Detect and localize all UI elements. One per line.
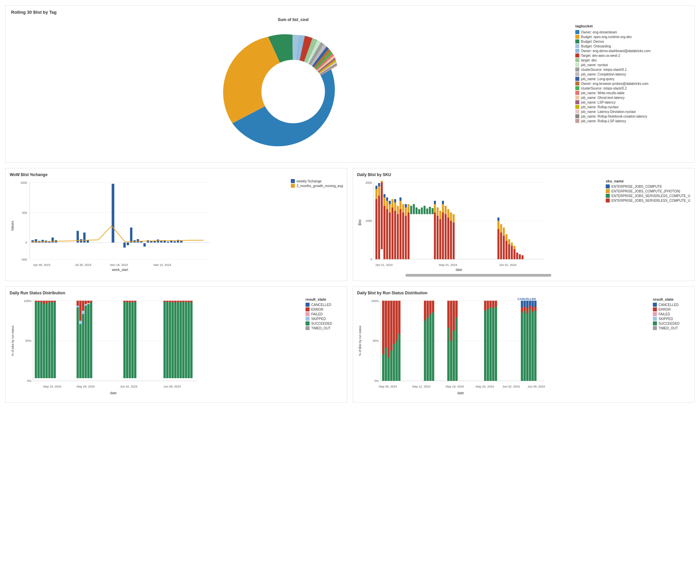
svg-text:2000: 2000 (365, 181, 372, 184)
svg-rect-244 (432, 301, 434, 312)
run-status-legend-item-5: TIMED_OUT (306, 326, 343, 330)
svg-text:$list: $list (358, 219, 362, 226)
svg-rect-250 (453, 301, 455, 331)
svg-rect-114 (503, 228, 505, 236)
svg-rect-130 (421, 207, 423, 214)
svg-rect-193 (169, 302, 171, 378)
donut-legend-item-15: job_name: LSP-latency (575, 100, 689, 104)
svg-rect-18 (51, 238, 54, 243)
svg-rect-251 (453, 331, 455, 381)
svg-rect-78 (397, 214, 399, 259)
svg-rect-104 (450, 221, 452, 259)
svg-rect-277 (532, 307, 534, 312)
svg-rect-22 (83, 233, 86, 243)
svg-rect-128 (416, 207, 418, 214)
svg-rect-272 (526, 313, 529, 381)
svg-text:date: date (457, 391, 464, 395)
wow-chart: 1000 500 0 -500 Values (10, 179, 217, 273)
svg-rect-203 (182, 302, 185, 378)
donut-legend-item-2: Budget: Demos (575, 39, 689, 43)
svg-rect-100 (445, 214, 447, 259)
svg-rect-172 (85, 306, 87, 378)
wow-legend-weekly: weekly %change (291, 179, 343, 183)
svg-rect-66 (383, 194, 385, 197)
svg-rect-132 (426, 208, 428, 214)
svg-rect-261 (492, 308, 494, 381)
svg-rect-190 (163, 301, 166, 302)
svg-text:% of jobs by run status: % of jobs by run status (11, 325, 14, 356)
svg-rect-151 (40, 302, 42, 378)
svg-rect-239 (424, 321, 426, 381)
svg-rect-274 (529, 306, 531, 309)
sku-scrollbar[interactable] (405, 274, 551, 277)
svg-rect-233 (393, 344, 395, 381)
svg-rect-171 (82, 311, 84, 314)
svg-rect-269 (523, 311, 526, 381)
svg-rect-241 (427, 317, 429, 381)
svg-rect-84 (402, 204, 404, 212)
daily-list-run-legend-title: result_state (653, 297, 690, 301)
svg-rect-42 (180, 241, 183, 243)
svg-rect-162 (53, 301, 56, 302)
svg-rect-106 (453, 223, 455, 259)
svg-rect-124 (519, 254, 521, 259)
svg-rect-187 (134, 302, 136, 378)
svg-rect-279 (534, 301, 537, 307)
svg-text:May 19, 2024: May 19, 2024 (43, 385, 62, 388)
daily-list-run-legend: CANCELLEDERRORFAILEDSKIPPEDSUCCEEDEDTIME… (653, 303, 690, 330)
daily-sku-chart: 2000 1000 0 $list (357, 179, 551, 273)
run-status-chart: 100% 50% 0% % of jobs by run status (10, 297, 204, 398)
svg-rect-259 (489, 307, 492, 381)
svg-rect-177 (90, 302, 92, 378)
svg-rect-167 (79, 301, 82, 321)
svg-rect-107 (453, 214, 455, 223)
svg-rect-122 (513, 246, 515, 249)
svg-rect-99 (442, 201, 444, 204)
svg-rect-116 (505, 234, 507, 241)
svg-rect-82 (399, 197, 401, 201)
svg-rect-113 (503, 236, 505, 259)
svg-text:Jun 02, 2024: Jun 02, 2024 (502, 385, 520, 388)
svg-rect-96 (439, 211, 441, 219)
wow-title: WoW $list %change (10, 172, 343, 177)
donut-legend-item-3: Budget: Onboarding (575, 44, 689, 48)
svg-rect-38 (167, 242, 169, 243)
legend-title: tagbucket (575, 24, 689, 28)
svg-rect-63 (381, 181, 383, 182)
svg-rect-123 (516, 253, 518, 259)
svg-rect-109 (497, 221, 499, 229)
svg-rect-258 (489, 301, 492, 307)
svg-rect-74 (391, 199, 393, 207)
svg-rect-75 (394, 211, 396, 259)
svg-rect-111 (500, 233, 502, 259)
run-status-legend: CANCELLEDERRORFAILEDSKIPPEDSUCCEEDEDTIME… (306, 303, 343, 330)
svg-rect-86 (405, 207, 407, 216)
svg-rect-195 (171, 302, 174, 378)
svg-rect-131 (424, 206, 426, 214)
donut-chart-title: Sum of list_cost (278, 17, 309, 22)
svg-text:100%: 100% (371, 299, 379, 303)
svg-text:50%: 50% (25, 339, 31, 342)
donut-legend-item-11: Owner: eng-browser-probes@databricks.com (575, 82, 689, 86)
svg-rect-32 (147, 240, 149, 243)
svg-rect-85 (405, 216, 407, 259)
svg-rect-207 (188, 303, 190, 378)
run-status-legend-item-2: FAILED (306, 312, 343, 316)
svg-rect-280 (534, 307, 537, 311)
svg-rect-181 (126, 302, 128, 378)
svg-rect-91 (434, 204, 436, 212)
svg-rect-256 (487, 301, 489, 309)
svg-rect-81 (399, 201, 401, 209)
svg-rect-267 (523, 301, 526, 307)
svg-rect-179 (123, 302, 126, 378)
svg-rect-95 (439, 219, 441, 259)
svg-rect-127 (413, 204, 415, 214)
svg-rect-27 (130, 228, 132, 243)
sku-legend-item-1: ENTERPRISE_JOBS_COMPUTE_(PHOTON) (606, 189, 690, 193)
svg-rect-67 (386, 209, 388, 259)
svg-rect-260 (492, 301, 494, 308)
svg-rect-232 (393, 301, 395, 344)
svg-rect-235 (395, 341, 398, 381)
svg-rect-191 (166, 302, 168, 378)
run-status-title: Daily Run Status Distribution (10, 291, 343, 295)
